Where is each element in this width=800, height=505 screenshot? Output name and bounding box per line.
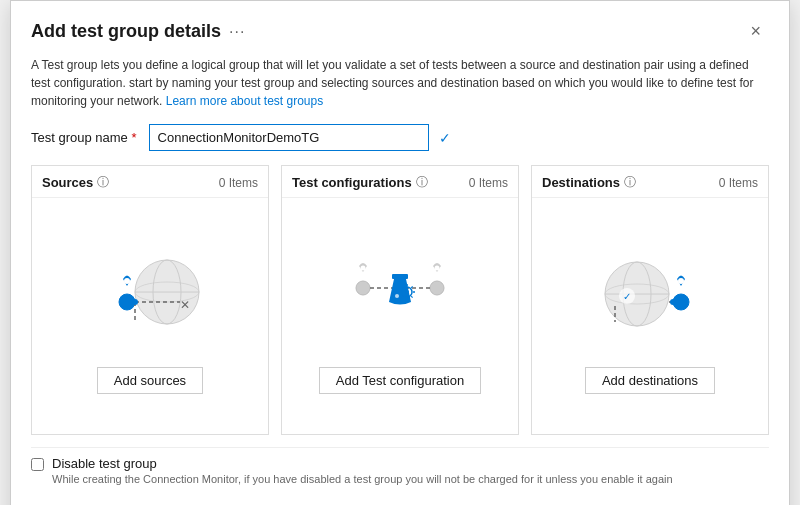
test-config-illustration — [335, 239, 465, 349]
svg-text:✕: ✕ — [180, 298, 190, 312]
panels-container: Sources ⓘ 0 Items — [31, 165, 769, 435]
disable-description: While creating the Connection Monitor, i… — [52, 473, 673, 485]
svg-point-18 — [405, 290, 409, 294]
description-text: A Test group lets you define a logical g… — [31, 56, 769, 110]
svg-text:✓: ✓ — [623, 291, 631, 302]
dialog-title-area: Add test group details ··· — [31, 21, 245, 42]
destinations-count: 0 Items — [719, 176, 758, 190]
dialog-title: Add test group details — [31, 21, 221, 42]
destinations-panel-title: Destinations — [542, 175, 620, 190]
test-config-count: 0 Items — [469, 176, 508, 190]
disable-test-group-checkbox[interactable] — [31, 458, 44, 471]
test-config-panel-header: Test configurations ⓘ 0 Items — [282, 166, 518, 198]
svg-point-10 — [356, 281, 370, 295]
destinations-title-area: Destinations ⓘ — [542, 174, 636, 191]
add-test-configuration-button[interactable]: Add Test configuration — [319, 367, 481, 394]
test-config-info-icon[interactable]: ⓘ — [416, 174, 428, 191]
sources-panel-header: Sources ⓘ 0 Items — [32, 166, 268, 198]
svg-line-24 — [411, 296, 412, 297]
form-row: Test group name * ✓ — [31, 124, 769, 151]
svg-point-37 — [670, 299, 676, 305]
disable-text-area: Disable test group While creating the Co… — [52, 456, 673, 485]
svg-point-16 — [395, 294, 399, 298]
add-sources-button[interactable]: Add sources — [97, 367, 203, 394]
sources-panel-title: Sources — [42, 175, 93, 190]
sources-illustration: ✕ — [85, 239, 215, 349]
disable-label: Disable test group — [52, 456, 673, 471]
learn-more-link[interactable]: Learn more about test groups — [166, 94, 323, 108]
dialog-body: A Test group lets you define a logical g… — [11, 56, 789, 505]
test-group-name-input[interactable] — [149, 124, 429, 151]
svg-point-11 — [361, 265, 366, 270]
destinations-panel-header: Destinations ⓘ 0 Items — [532, 166, 768, 198]
test-configurations-panel: Test configurations ⓘ 0 Items — [281, 165, 519, 435]
required-indicator: * — [131, 130, 136, 145]
more-options-icon[interactable]: ··· — [229, 23, 245, 41]
test-group-name-label: Test group name * — [31, 130, 137, 145]
sources-info-icon[interactable]: ⓘ — [97, 174, 109, 191]
test-config-panel-body: Add Test configuration — [282, 198, 518, 434]
destinations-panel-body: ✓ Add destinations — [532, 198, 768, 434]
svg-point-12 — [430, 281, 444, 295]
disable-test-group-row: Disable test group While creating the Co… — [31, 447, 769, 495]
dialog-header: Add test group details ··· × — [11, 1, 789, 56]
destinations-panel: Destinations ⓘ 0 Items ✓ — [531, 165, 769, 435]
add-test-group-dialog: Add test group details ··· × A Test grou… — [10, 0, 790, 505]
sources-count: 0 Items — [219, 176, 258, 190]
sources-title-area: Sources ⓘ — [42, 174, 109, 191]
svg-point-9 — [132, 299, 138, 305]
sources-panel-body: ✕ Add sources — [32, 198, 268, 434]
svg-point-34 — [678, 278, 684, 284]
input-valid-icon: ✓ — [439, 130, 451, 146]
svg-point-13 — [435, 265, 440, 270]
svg-point-5 — [124, 278, 130, 284]
svg-rect-15 — [392, 274, 408, 279]
test-config-title-area: Test configurations ⓘ — [292, 174, 428, 191]
close-button[interactable]: × — [742, 17, 769, 46]
sources-panel: Sources ⓘ 0 Items — [31, 165, 269, 435]
test-config-panel-title: Test configurations — [292, 175, 412, 190]
add-destinations-button[interactable]: Add destinations — [585, 367, 715, 394]
destinations-illustration: ✓ — [585, 239, 715, 349]
destinations-info-icon[interactable]: ⓘ — [624, 174, 636, 191]
